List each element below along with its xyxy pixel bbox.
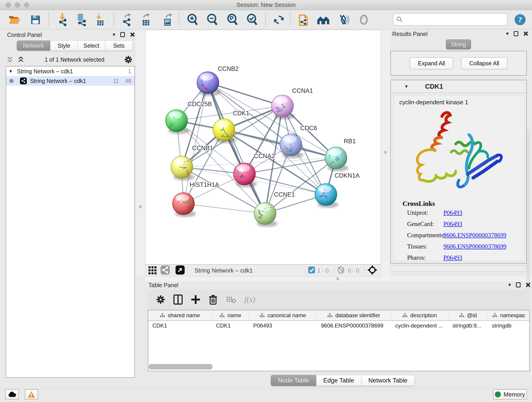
crosslink-link[interactable]: P06493	[443, 209, 462, 216]
update-icon[interactable]	[272, 13, 285, 26]
close-panel-icon[interactable]	[526, 282, 531, 287]
minimize-window-button[interactable]	[15, 2, 20, 7]
import-network-file-icon[interactable]	[56, 13, 69, 26]
results-horizontal-scrollbar[interactable]	[390, 265, 527, 271]
expand-all-chevron-icon[interactable]	[17, 56, 25, 63]
export-table-icon[interactable]	[139, 13, 152, 26]
tab-string[interactable]: String	[446, 39, 471, 50]
string-home-icon[interactable]	[317, 13, 330, 26]
network-options-gear-icon[interactable]	[124, 56, 133, 64]
tab-edge-table[interactable]: Edge Table	[316, 375, 361, 386]
export-network-icon[interactable]	[121, 13, 133, 26]
scrollbar-thumb[interactable]	[148, 364, 213, 370]
crosslink-link[interactable]: P06493	[443, 254, 462, 261]
tab-select[interactable]: Select	[78, 41, 105, 51]
float-panel-icon[interactable]: ▾	[508, 282, 511, 287]
maximize-panel-icon[interactable]	[516, 282, 520, 287]
column-header-namespac[interactable]: namespac	[488, 310, 530, 320]
node-table[interactable]: shared namenamecanonical namedatabase id…	[148, 310, 530, 371]
maximize-window-button[interactable]	[24, 2, 29, 7]
node-CCNA2[interactable]	[234, 163, 255, 185]
table-cell[interactable]: 9606.ENSP00000378699	[317, 322, 391, 329]
network-canvas[interactable]: CCNB2CCNA1CDC25BCDK1CDC6RB1CCNB1CCNA2CDK…	[145, 30, 381, 264]
column-header-name[interactable]: name	[212, 310, 249, 320]
network-collection-row[interactable]: ▾ String Network – cdk1 1	[6, 66, 134, 76]
column-header-canonical-name[interactable]: canonical name	[249, 310, 317, 320]
tab-node-table[interactable]: Node Table	[271, 375, 316, 386]
grid-view-icon[interactable]	[148, 264, 157, 277]
collapse-all-button[interactable]: Collapse All	[461, 57, 507, 70]
float-panel-icon[interactable]: ▾	[506, 31, 509, 36]
memory-button[interactable]: Memory	[493, 389, 527, 400]
close-window-button[interactable]	[6, 2, 11, 7]
tab-style[interactable]: Style	[50, 41, 78, 51]
save-session-icon[interactable]	[29, 13, 42, 26]
open-session-icon[interactable]	[8, 13, 21, 26]
table-cell[interactable]: cyclin-dependent ...	[391, 322, 448, 329]
help-icon[interactable]: ?	[514, 13, 526, 26]
node-CCNB1[interactable]	[171, 156, 193, 178]
zoom-fit-icon[interactable]	[226, 13, 239, 26]
collapse-all-chevron-icon[interactable]	[6, 56, 14, 63]
collection-expander-icon[interactable]: ▾	[9, 69, 12, 74]
edge-CCNA1-CDC25B[interactable]	[177, 106, 283, 121]
search-input[interactable]	[403, 16, 499, 23]
add-column-icon[interactable]	[191, 295, 201, 304]
tab-network-table[interactable]: Network Table	[361, 375, 415, 386]
tab-sets[interactable]: Sets	[105, 41, 133, 51]
function-builder-icon[interactable]: f(x)	[244, 295, 255, 304]
table-cell[interactable]: CDK1	[212, 322, 249, 329]
close-panel-icon[interactable]	[523, 31, 528, 36]
tab-network[interactable]: Network	[17, 41, 50, 51]
crosslink-link[interactable]: P06493	[443, 220, 462, 228]
export-image-icon[interactable]	[162, 13, 174, 26]
left-splitter[interactable]	[136, 30, 145, 276]
network-row[interactable]: String Network – cdk1 11 48	[6, 76, 134, 86]
horizontal-splitter[interactable]	[145, 276, 532, 281]
node-CDC6[interactable]	[280, 134, 302, 156]
table-cell[interactable]: stringdb:9...	[448, 322, 488, 329]
import-network-database-icon[interactable]	[75, 13, 88, 26]
node-entry-header[interactable]: ▾ CDK1	[391, 80, 526, 93]
node-HIST1H1A[interactable]	[172, 193, 195, 215]
edge-HIST1H1A-CCNE1[interactable]	[184, 204, 265, 214]
birds-eye-view-icon[interactable]	[176, 265, 185, 275]
edge-CCNB2-CCNE1[interactable]	[208, 83, 265, 214]
search-box[interactable]	[393, 13, 507, 26]
node-RB1[interactable]	[325, 147, 347, 169]
close-panel-icon[interactable]	[130, 32, 135, 37]
selected-checkbox-icon[interactable]	[308, 267, 315, 274]
delete-column-icon[interactable]	[209, 294, 217, 305]
column-header-description[interactable]: description	[391, 310, 448, 320]
crosslink-link[interactable]: 9606.ENSP00000378699	[443, 243, 506, 250]
maximize-panel-icon[interactable]	[514, 31, 518, 36]
import-table-file-icon[interactable]	[94, 13, 107, 26]
warning-button[interactable]	[25, 389, 38, 400]
entry-expander-icon[interactable]: ▾	[405, 84, 408, 89]
column-header-@id[interactable]: @id	[448, 310, 488, 320]
table-cell[interactable]: CDK1	[148, 322, 212, 329]
cloud-button[interactable]	[5, 389, 19, 400]
float-panel-icon[interactable]: ▾	[113, 32, 115, 37]
node-CCNA1[interactable]	[272, 95, 293, 117]
string-view-icon[interactable]	[161, 265, 170, 275]
show-details-eye-icon[interactable]	[357, 13, 370, 26]
maximize-panel-icon[interactable]	[120, 32, 125, 37]
right-splitter[interactable]	[381, 30, 390, 276]
node-CDC25B[interactable]	[166, 109, 188, 132]
zoom-selected-icon[interactable]	[246, 13, 259, 26]
delete-table-icon[interactable]	[226, 295, 236, 304]
table-row[interactable]: CDK1CDK1P064939606.ENSP00000378699cyclin…	[148, 321, 529, 331]
node-CDK1[interactable]	[213, 119, 235, 141]
node-CDKN1A[interactable]	[315, 184, 337, 206]
node-CCNE1[interactable]	[254, 203, 276, 225]
share-document-icon[interactable]	[297, 13, 310, 26]
enhanced-graphics-icon[interactable]	[337, 13, 350, 26]
crosslink-link[interactable]: 9606.ENSP00000378699	[443, 232, 506, 239]
zoom-in-icon[interactable]	[186, 13, 199, 26]
fit-selected-crosshair-icon[interactable]	[367, 265, 377, 276]
zoom-out-icon[interactable]	[206, 13, 219, 26]
column-header-database-identifier[interactable]: database identifier	[317, 310, 391, 320]
hidden-eye-icon[interactable]	[337, 266, 346, 274]
table-cell[interactable]: P06493	[249, 322, 317, 329]
